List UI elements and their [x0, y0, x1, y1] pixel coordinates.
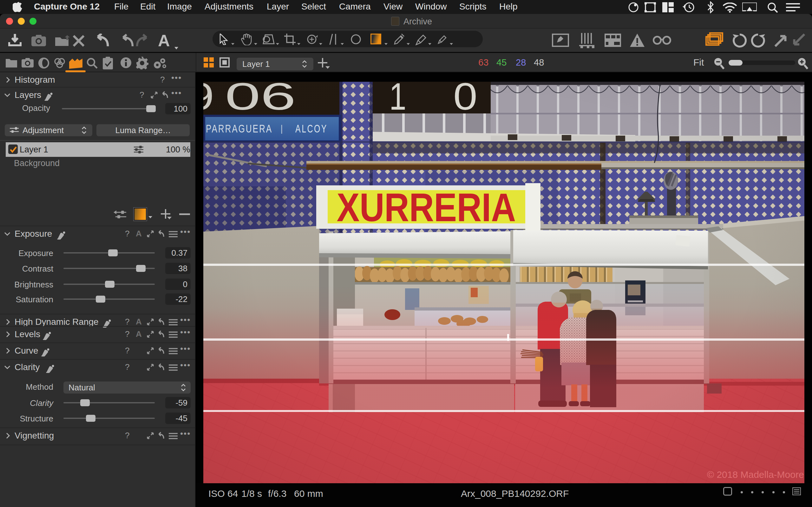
svg-text:© 2018 Madella-Moore: © 2018 Madella-Moore	[707, 469, 804, 480]
